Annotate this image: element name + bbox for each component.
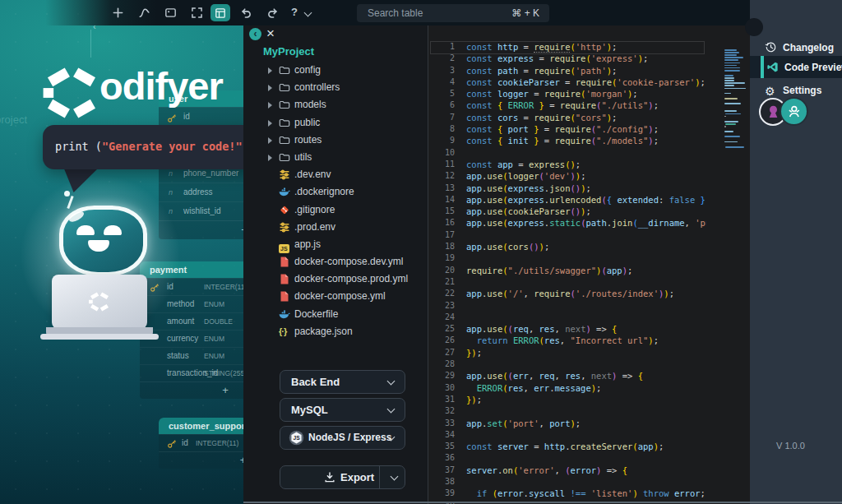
chevron-right-icon[interactable] [268, 137, 272, 144]
bot-avatar[interactable] [780, 97, 808, 126]
chevron-down-icon [387, 405, 396, 414]
code-token: ; [654, 335, 659, 345]
minimap-line [724, 141, 738, 143]
tree-file-docker-compose-yml[interactable]: docker-compose.yml [243, 288, 428, 305]
tree-file-docker-compose-dev-yml[interactable]: docker-compose.dev.yml [243, 253, 428, 270]
minimap-line [724, 121, 738, 123]
code-token: } [529, 124, 539, 134]
code-token: = [529, 89, 544, 99]
chevron-down-icon [387, 377, 396, 386]
minimap-line [724, 75, 733, 76]
code-token: join [612, 218, 632, 228]
minimap-line [725, 146, 744, 148]
code-line: 6const { ERROR } = require("./utils"); [428, 99, 751, 111]
line-number: 19 [428, 252, 455, 264]
minimap-line [724, 80, 734, 81]
minimap-line [724, 57, 743, 58]
dropdown-database[interactable]: MySQL [280, 398, 405, 422]
panel-close-icon[interactable]: × [266, 25, 275, 42]
code-token: { [497, 124, 508, 134]
panel-back-button[interactable]: ‹ [249, 28, 261, 40]
tree-file-dockerfile[interactable]: Dockerfile [243, 306, 428, 323]
curve-tool-icon[interactable] [138, 7, 150, 19]
export-chevron-down-icon[interactable] [391, 473, 399, 481]
yml-file-icon [279, 257, 290, 267]
code-editor[interactable]: 1const http = require('http');2const exp… [428, 25, 751, 504]
tree-folder-config[interactable]: config [243, 62, 428, 79]
tree-file-docker-compose-prod-yml[interactable]: docker-compose.prod.yml [243, 270, 428, 288]
code-token: cors [497, 113, 518, 123]
export-button[interactable]: Export [280, 465, 405, 489]
help-chevron-down-icon[interactable] [304, 9, 312, 17]
minimap-line [724, 67, 740, 69]
code-token: if [477, 488, 488, 498]
tree-folder-routes[interactable]: routes [243, 132, 428, 149]
editor-minimap[interactable] [706, 25, 751, 504]
code-token [466, 488, 477, 498]
dropdown-framework[interactable]: JS NodeJS / Express [280, 426, 405, 450]
code-token: req [539, 371, 555, 381]
sidebar-item-code-preview[interactable]: Code Preview [750, 56, 842, 78]
tree-folder-public[interactable]: public [243, 114, 428, 132]
tree-item-label: .dev.env [294, 169, 331, 180]
tree-file--dockerignore[interactable]: .dockerignore [243, 183, 428, 201]
add-icon[interactable] [112, 7, 124, 19]
code-token: ; [596, 383, 601, 393]
tree-file--dev-env[interactable]: .dev.env [243, 166, 428, 183]
tree-file-package-json[interactable]: {·}package.json [243, 323, 428, 340]
minimap-line [724, 65, 737, 67]
tree-file--gitignore[interactable]: .gitignore [243, 201, 428, 219]
line-number: 25 [428, 323, 455, 335]
dropdown-backend[interactable]: Back End [280, 370, 405, 394]
sidebar-item-label: Code Preview [784, 62, 842, 73]
laptop-logo-icon [88, 290, 111, 313]
sidebar-item-changelog[interactable]: Changelog [750, 38, 842, 58]
search-input[interactable]: Search table ⌘ + K [357, 4, 549, 22]
tree-file-app-js[interactable]: JSapp.js [243, 236, 428, 253]
code-line: 24 [428, 312, 751, 323]
column-type: ENUM [204, 331, 224, 347]
tree-folder-models[interactable]: models [243, 96, 428, 113]
export-divider [379, 466, 380, 488]
chevron-right-icon[interactable] [268, 155, 272, 161]
code-token: res [565, 371, 581, 381]
tree-file--prod-env[interactable]: .prod.env [243, 219, 428, 236]
code-token: , [524, 383, 534, 393]
chevron-right-icon[interactable] [268, 120, 272, 127]
help-icon[interactable]: ? [291, 6, 298, 18]
code-token: ; [659, 442, 664, 451]
code-token: require [560, 100, 596, 110]
undo-icon[interactable] [240, 7, 252, 19]
code-token: throw [643, 488, 669, 498]
code-token: res [539, 324, 555, 334]
line-number: 13 [428, 183, 455, 194]
code-line: 7const cors = require("cors"); [428, 112, 751, 123]
code-token: }) [466, 348, 477, 358]
code-token: require [534, 289, 570, 298]
code-token: = [539, 136, 555, 146]
chevron-right-icon[interactable] [268, 102, 272, 109]
redo-icon[interactable] [266, 7, 279, 19]
image-frame-icon[interactable] [164, 7, 177, 19]
chevron-right-icon[interactable] [268, 85, 272, 91]
code-line: 15app.use(cookieParser()); [428, 206, 751, 217]
code-token: = [560, 77, 576, 87]
code-lines: 1const http = require('http');2const exp… [428, 41, 751, 504]
minimap-line [724, 49, 737, 51]
tree-item-label: package.json [294, 326, 353, 337]
tree-item-label: .gitignore [294, 204, 335, 215]
project-name[interactable]: MyProject [263, 45, 314, 58]
fit-view-icon[interactable] [191, 7, 203, 19]
right-sidebar: ChangelogCode Preview⚙Settings V 1.0.0 [750, 0, 842, 504]
code-token: , [555, 371, 566, 381]
search-placeholder: Search table [368, 7, 423, 19]
code-line: 35const server = http.createServer(app); [428, 441, 751, 452]
code-token: app [466, 242, 482, 252]
code-line: 10 [428, 147, 751, 159]
tree-folder-utils[interactable]: utils [243, 149, 428, 166]
table-tool-icon[interactable] [210, 4, 230, 21]
tree-folder-controllers[interactable]: controllers [243, 79, 428, 96]
panel-toggle-button[interactable] [745, 18, 763, 36]
chevron-right-icon[interactable] [268, 67, 272, 74]
line-number: 7 [428, 112, 455, 123]
